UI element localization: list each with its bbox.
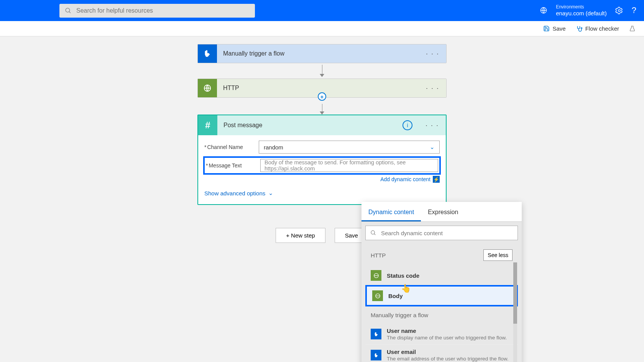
dynamic-search[interactable] xyxy=(365,226,518,240)
svg-point-3 xyxy=(618,10,620,11)
see-less-button[interactable]: See less xyxy=(483,249,513,261)
slack-title: Post message xyxy=(217,122,402,129)
global-search[interactable] xyxy=(59,4,255,18)
global-search-input[interactable] xyxy=(76,7,250,14)
http-token-icon xyxy=(372,290,383,301)
dynamic-content-panel: Dynamic content Expression HTTP See less xyxy=(361,202,522,362)
trigger-token-icon xyxy=(371,350,381,360)
section-trigger: Manually trigger a flow xyxy=(365,306,518,324)
save-label: Save xyxy=(552,25,565,32)
settings-icon[interactable] xyxy=(615,7,623,15)
trigger-token-icon xyxy=(371,329,381,339)
slack-post-message-step: # Post message i · · · *Channel Name ran… xyxy=(197,115,447,205)
flow-checker-button[interactable]: Flow checker xyxy=(576,25,619,32)
show-advanced-options[interactable]: Show advanced options ⌄ xyxy=(204,190,440,197)
scrollbar[interactable] xyxy=(513,262,517,362)
http-more-icon[interactable]: · · · xyxy=(419,84,446,92)
channel-name-field: *Channel Name random ⌄ xyxy=(204,141,440,154)
token-user-email[interactable]: User email The email address of the user… xyxy=(365,345,518,362)
environment-name: enayu.com (default) xyxy=(556,10,607,17)
slack-more-icon[interactable]: · · · xyxy=(419,121,446,129)
svg-point-0 xyxy=(66,8,70,12)
chevron-down-icon: ⌄ xyxy=(268,190,273,197)
message-text-input[interactable]: Body of the message to send. For formatt… xyxy=(260,159,438,172)
channel-label: *Channel Name xyxy=(204,144,259,150)
token-user-name[interactable]: User name The display name of the user w… xyxy=(365,324,518,345)
slack-header[interactable]: # Post message i · · · xyxy=(198,115,446,135)
trigger-more-icon[interactable]: · · · xyxy=(419,50,446,58)
section-http: HTTP See less xyxy=(365,244,518,266)
channel-select[interactable]: random ⌄ xyxy=(259,141,440,154)
save-icon xyxy=(543,25,550,32)
manual-trigger-icon xyxy=(198,44,217,63)
chevron-down-icon: ⌄ xyxy=(430,144,435,151)
test-icon[interactable] xyxy=(629,25,636,32)
save-button[interactable]: Save xyxy=(543,25,565,32)
flow-checker-label: Flow checker xyxy=(585,25,619,32)
search-icon xyxy=(65,7,72,14)
add-dynamic-content-link[interactable]: Add dynamic content ⚡ xyxy=(204,176,440,183)
top-bar: Environments enayu.com (default) ? xyxy=(0,0,644,21)
token-status-code[interactable]: Status code xyxy=(365,266,518,285)
stethoscope-icon xyxy=(576,25,583,32)
flow-designer: Manually trigger a flow · · · HTTP · · ·… xyxy=(0,36,644,243)
add-step-button[interactable]: + xyxy=(318,92,326,101)
trigger-step[interactable]: Manually trigger a flow · · · xyxy=(197,44,447,63)
http-token-icon xyxy=(371,270,381,281)
slack-icon: # xyxy=(198,115,217,135)
lightning-icon: ⚡ xyxy=(433,176,440,183)
http-icon xyxy=(198,79,217,97)
message-text-field-highlight: *Message Text Body of the message to sen… xyxy=(203,156,441,175)
info-icon[interactable]: i xyxy=(402,120,412,130)
environment-icon[interactable] xyxy=(540,7,547,14)
tab-dynamic-content[interactable]: Dynamic content xyxy=(361,206,421,221)
tab-expression[interactable]: Expression xyxy=(421,206,465,221)
command-bar: Save Flow checker xyxy=(0,21,644,36)
environment-selector[interactable]: Environments enayu.com (default) xyxy=(556,4,607,16)
svg-point-4 xyxy=(581,28,582,29)
environment-label: Environments xyxy=(556,4,607,10)
new-step-button[interactable]: + New step xyxy=(276,228,325,243)
channel-value: random xyxy=(264,144,283,151)
token-body[interactable]: Body xyxy=(365,285,518,306)
dynamic-search-input[interactable] xyxy=(381,230,513,236)
svg-line-7 xyxy=(374,234,375,235)
svg-line-1 xyxy=(69,11,71,13)
connector-arrow xyxy=(197,63,447,79)
trigger-title: Manually trigger a flow xyxy=(217,50,419,57)
help-icon[interactable]: ? xyxy=(632,5,636,15)
search-icon xyxy=(370,230,376,236)
svg-point-6 xyxy=(371,231,375,234)
message-label: *Message Text xyxy=(206,162,260,169)
http-title: HTTP xyxy=(217,85,419,92)
